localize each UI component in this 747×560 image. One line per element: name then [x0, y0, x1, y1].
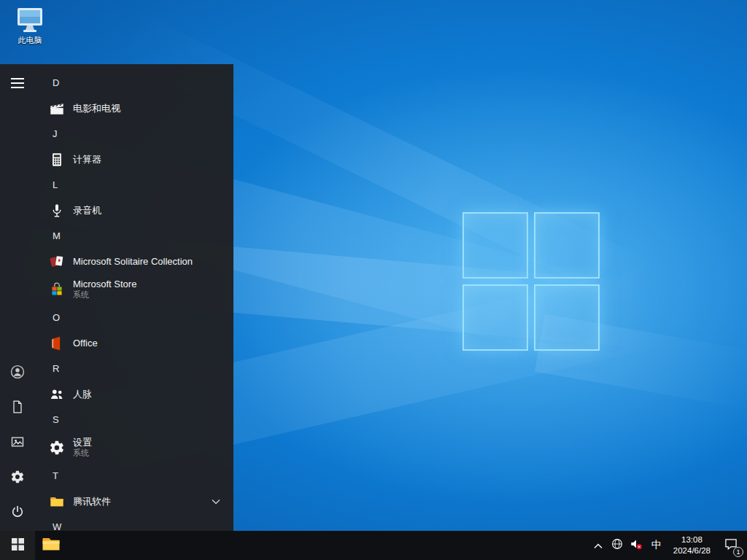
- network-button[interactable]: [608, 531, 627, 560]
- chevron-up-icon: [594, 539, 603, 552]
- start-menu: D 电影和电视 J: [0, 64, 233, 531]
- app-label: 电影和电视: [73, 102, 120, 115]
- app-label: 计算器: [73, 153, 101, 166]
- file-explorer-button[interactable]: [35, 531, 67, 560]
- desktop: 此电脑: [0, 0, 747, 560]
- letter-label: D: [53, 77, 59, 88]
- gear-icon: [10, 470, 25, 487]
- windows-logo-pane: [462, 212, 528, 279]
- letter-header-j[interactable]: J: [35, 121, 233, 147]
- app-item-voice-recorder[interactable]: 录音机: [35, 198, 233, 223]
- start-app-list: D 电影和电视 J: [35, 64, 233, 531]
- app-text: 设置 系统: [73, 437, 92, 459]
- app-label: 腾讯软件: [73, 495, 111, 508]
- letter-header-t[interactable]: T: [35, 463, 233, 489]
- app-label: 录音机: [73, 204, 101, 217]
- app-label: 人脉: [73, 388, 92, 401]
- letter-label: S: [53, 414, 59, 425]
- app-label: Microsoft Store: [73, 279, 136, 290]
- letter-label: M: [53, 230, 61, 241]
- app-item-solitaire[interactable]: Microsoft Solitaire Collection: [35, 249, 233, 274]
- user-icon: [9, 364, 26, 383]
- taskbar-clock[interactable]: 13:08 2024/6/28: [667, 531, 716, 560]
- microsoft-store-icon: [48, 281, 66, 298]
- settings-gear-icon: [48, 439, 66, 456]
- power-icon: [10, 505, 25, 522]
- settings-button[interactable]: [0, 461, 35, 496]
- calculator-icon: [48, 151, 66, 168]
- app-label: Office: [73, 338, 98, 349]
- chevron-down-icon[interactable]: [212, 499, 220, 505]
- picture-icon: [10, 435, 25, 452]
- letter-header-w[interactable]: W: [35, 514, 233, 531]
- letter-header-l[interactable]: L: [35, 172, 233, 198]
- app-item-settings[interactable]: 设置 系统: [35, 432, 233, 463]
- letter-header-d[interactable]: D: [35, 70, 233, 96]
- windows-logo-pane: [462, 284, 528, 351]
- app-item-calculator[interactable]: 计算器: [35, 147, 233, 172]
- letter-header-s[interactable]: S: [35, 407, 233, 432]
- start-button[interactable]: [0, 531, 35, 560]
- app-item-office[interactable]: Office: [35, 330, 233, 356]
- start-menu-rail: [0, 64, 35, 531]
- volume-button[interactable]: [627, 531, 646, 560]
- letter-label: W: [53, 521, 61, 531]
- letter-header-m[interactable]: M: [35, 223, 233, 249]
- app-label: 设置: [73, 437, 92, 448]
- folder-icon: [48, 493, 66, 510]
- taskbar: 中 13:08 2024/6/28 1: [0, 531, 747, 560]
- system-tray: 中 13:08 2024/6/28 1: [589, 531, 747, 560]
- app-item-tencent-folder[interactable]: 腾讯软件: [35, 489, 233, 514]
- tray-expand-button[interactable]: [589, 531, 608, 560]
- letter-header-o[interactable]: O: [35, 305, 233, 330]
- rail-bottom-group: [0, 356, 35, 531]
- app-text: Microsoft Store 系统: [73, 279, 136, 300]
- windows-logo-pane: [534, 284, 600, 351]
- people-icon: [48, 386, 66, 403]
- clock-time: 13:08: [681, 534, 703, 545]
- power-button[interactable]: [0, 496, 35, 531]
- network-globe-icon: [611, 537, 624, 553]
- office-icon: [48, 335, 66, 352]
- letter-label: R: [53, 363, 59, 374]
- app-item-people[interactable]: 人脉: [35, 381, 233, 407]
- wallpaper-windows-logo: [462, 212, 600, 351]
- solitaire-cards-icon: [48, 253, 66, 271]
- letter-label: T: [53, 470, 58, 481]
- file-explorer-icon: [42, 536, 61, 555]
- microphone-icon: [48, 202, 66, 219]
- app-sublabel: 系统: [73, 290, 136, 300]
- this-pc-icon: [9, 6, 51, 34]
- account-button[interactable]: [0, 356, 35, 391]
- clock-date: 2024/6/28: [673, 545, 711, 556]
- app-item-movies-tv[interactable]: 电影和电视: [35, 96, 233, 121]
- letter-label: L: [53, 179, 58, 190]
- desktop-icon-this-pc[interactable]: 此电脑: [9, 6, 51, 46]
- pictures-button[interactable]: [0, 426, 35, 461]
- action-center-button[interactable]: 1: [716, 531, 746, 560]
- letter-label: J: [53, 128, 58, 139]
- documents-button[interactable]: [0, 391, 35, 426]
- speaker-muted-icon: [629, 537, 643, 554]
- expand-menu-button[interactable]: [0, 67, 35, 102]
- document-icon: [10, 400, 25, 417]
- movies-tv-icon: [48, 100, 66, 117]
- letter-header-r[interactable]: R: [35, 356, 233, 381]
- hamburger-icon: [11, 78, 24, 91]
- letter-label: O: [53, 312, 60, 323]
- notification-badge: 1: [733, 547, 743, 557]
- app-label: Microsoft Solitaire Collection: [73, 256, 193, 267]
- app-sublabel: 系统: [73, 448, 92, 459]
- windows-logo-pane: [534, 212, 600, 279]
- desktop-icon-label: 此电脑: [18, 35, 42, 46]
- windows-start-icon: [12, 538, 24, 553]
- ime-indicator[interactable]: 中: [646, 531, 667, 560]
- app-item-microsoft-store[interactable]: Microsoft Store 系统: [35, 274, 233, 305]
